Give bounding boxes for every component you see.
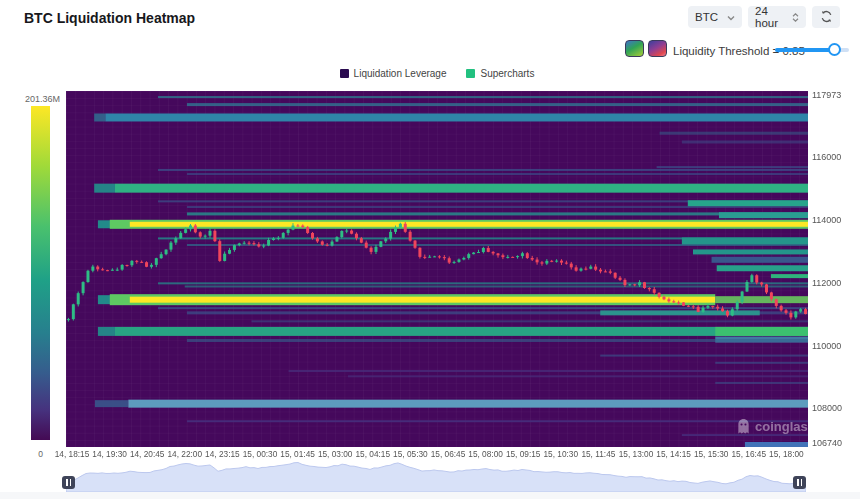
legend-swatch-green (466, 69, 475, 78)
interval-select-value: 24 hour (755, 5, 792, 29)
price-axis-label: 110000 (812, 341, 841, 351)
price-axis-label: 106740 (812, 438, 842, 448)
price-axis-label: 112000 (812, 278, 841, 288)
colormap-viridis-swatch[interactable] (625, 40, 644, 57)
chart-legend: Liquidation Leverage Supercharts (66, 68, 808, 79)
liquidation-intensity-colorbar (31, 106, 50, 440)
price-axis-label: 116000 (812, 152, 841, 162)
legend-item-supercharts[interactable]: Supercharts (466, 68, 534, 79)
time-axis-label: 15, 18:00 (756, 449, 816, 459)
symbol-select[interactable]: BTC (688, 6, 742, 28)
liquidation-heatmap-page: BTC Liquidation Heatmap BTC 24 hour Liqu… (0, 0, 860, 499)
page-title: BTC Liquidation Heatmap (24, 10, 195, 26)
interval-select[interactable]: 24 hour (748, 6, 806, 28)
heatmap-plot-area[interactable] (66, 91, 808, 447)
legend-item-liquidation-leverage[interactable]: Liquidation Leverage (340, 68, 447, 79)
bottom-strip (0, 492, 860, 499)
stepper-icon (792, 13, 799, 22)
colormap-magma-swatch[interactable] (648, 40, 667, 57)
colorbar-max-label: 201.36M (25, 94, 60, 104)
legend-label: Liquidation Leverage (354, 68, 447, 79)
price-axis-label: 108000 (812, 403, 842, 413)
price-axis-label: 117973 (812, 90, 841, 100)
symbol-select-value: BTC (695, 11, 718, 23)
navigator-area-chart[interactable] (66, 459, 806, 492)
navigator-right-handle[interactable] (793, 476, 806, 489)
liquidation-heatmap-canvas[interactable] (66, 91, 808, 447)
navigator-left-handle[interactable] (62, 476, 75, 489)
legend-swatch-purple (340, 69, 349, 78)
legend-label: Supercharts (480, 68, 534, 79)
price-axis-label: 114000 (812, 215, 841, 225)
time-range-navigator[interactable] (66, 459, 806, 492)
chevron-down-icon (727, 11, 735, 23)
price-axis: 1179731160001140001120001100001080001067… (812, 0, 858, 460)
